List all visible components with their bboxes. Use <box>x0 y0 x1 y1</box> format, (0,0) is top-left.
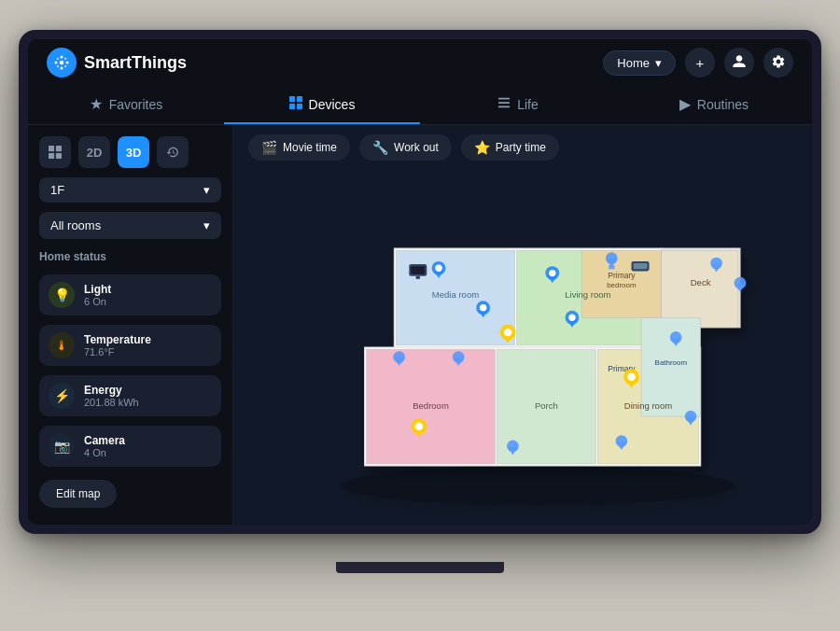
home-chevron-icon: ▾ <box>655 56 662 70</box>
movie-label: Movie time <box>283 141 337 154</box>
floor-plan-container: Media room Living room Deck Bedroom Porc… <box>233 170 812 525</box>
tv-body: SmartThings Home ▾ + <box>19 58 821 573</box>
app-name: SmartThings <box>84 53 187 73</box>
tv-bezel: SmartThings Home ▾ + <box>19 30 821 534</box>
svg-text:bedroom: bedroom <box>607 281 637 289</box>
svg-point-4 <box>66 62 69 64</box>
status-temperature[interactable]: 🌡 Temperature 71.6°F <box>39 325 221 366</box>
profile-button[interactable] <box>724 48 754 77</box>
svg-rect-19 <box>56 153 62 159</box>
svg-text:Bathroom: Bathroom <box>655 358 688 367</box>
tv-stand <box>336 562 504 573</box>
3d-view-btn[interactable]: 3D <box>118 136 149 168</box>
2d-label: 2D <box>87 146 103 160</box>
temp-info: Temperature 71.6°F <box>84 333 212 358</box>
view-controls: 2D 3D <box>39 136 221 168</box>
movie-time-scene[interactable]: 🎬 Movie time <box>248 134 350 161</box>
tab-routines[interactable]: ▶ Routines <box>616 86 812 124</box>
svg-rect-13 <box>498 97 510 99</box>
camera-info: Camera 4 On <box>84 434 212 458</box>
svg-text:Primary: Primary <box>608 271 636 280</box>
header-controls: Home ▾ + <box>603 48 793 77</box>
party-time-scene[interactable]: ⭐ Party time <box>461 134 559 161</box>
grid-icon <box>289 96 302 113</box>
scene-bar: 🎬 Movie time 🔧 Work out ⭐ Party time <box>233 125 812 170</box>
svg-point-1 <box>61 56 63 59</box>
camera-icon: 📷 <box>49 433 75 459</box>
add-icon: + <box>696 55 705 71</box>
tab-devices-label: Devices <box>309 97 356 112</box>
play-icon: ▶ <box>679 95 691 113</box>
gear-icon <box>771 54 786 72</box>
svg-rect-14 <box>498 102 510 104</box>
svg-rect-83 <box>411 266 425 273</box>
svg-rect-86 <box>634 263 648 269</box>
svg-text:Media room: Media room <box>432 289 479 300</box>
svg-text:Deck: Deck <box>691 277 711 287</box>
floor-plan: Media room Living room Deck Bedroom Porc… <box>243 179 803 515</box>
svg-point-2 <box>61 67 63 70</box>
room-selector[interactable]: All rooms ▾ <box>39 212 221 239</box>
svg-rect-16 <box>49 146 54 151</box>
home-selector[interactable]: Home ▾ <box>603 50 676 76</box>
edit-map-button[interactable]: Edit map <box>39 480 117 508</box>
status-energy[interactable]: ⚡ Energy 201.88 kWh <box>39 375 221 416</box>
device-pin-ac <box>631 261 649 272</box>
party-label: Party time <box>496 141 546 154</box>
tab-routines-label: Routines <box>697 97 749 112</box>
svg-point-59 <box>627 373 635 381</box>
grid-view-btn[interactable] <box>39 136 71 168</box>
svg-text:Dining room: Dining room <box>624 400 672 411</box>
add-button[interactable]: + <box>685 48 715 77</box>
light-info: Light 6 On <box>84 283 212 307</box>
svg-point-50 <box>549 270 555 276</box>
svg-text:Bedroom: Bedroom <box>413 400 449 411</box>
svg-point-56 <box>504 329 511 336</box>
svg-text:Living room: Living room <box>565 289 610 300</box>
svg-point-20 <box>340 466 735 505</box>
home-status-title: Home status <box>39 248 221 265</box>
floor-selector[interactable]: 1F ▾ <box>39 177 221 203</box>
tv-screen: SmartThings Home ▾ + <box>28 39 812 525</box>
svg-point-6 <box>64 65 66 67</box>
svg-rect-15 <box>498 105 510 107</box>
tab-favorites-label: Favorites <box>109 97 163 112</box>
svg-rect-17 <box>56 146 62 151</box>
svg-point-53 <box>568 315 575 321</box>
camera-value: 4 On <box>84 447 212 458</box>
work-out-scene[interactable]: 🔧 Work out <box>359 134 452 161</box>
svg-rect-9 <box>289 96 295 102</box>
map-area: 🎬 Movie time 🔧 Work out ⭐ Party time <box>233 125 812 525</box>
tab-life-label: Life <box>517 97 539 112</box>
light-name: Light <box>84 283 212 296</box>
svg-point-62 <box>415 422 423 429</box>
person-icon <box>732 54 747 72</box>
workout-icon: 🔧 <box>372 140 388 155</box>
history-view-btn[interactable] <box>157 136 189 168</box>
logo-area: SmartThings <box>47 48 603 77</box>
app-header: SmartThings Home ▾ + <box>28 39 812 86</box>
energy-info: Energy 201.88 kWh <box>84 384 212 408</box>
temp-value: 71.6°F <box>84 346 212 358</box>
svg-rect-12 <box>296 103 301 108</box>
svg-point-44 <box>435 265 441 272</box>
3d-label: 3D <box>126 146 142 160</box>
light-icon: 💡 <box>49 282 75 308</box>
2d-view-btn[interactable]: 2D <box>78 136 110 168</box>
app-logo-icon <box>47 48 77 77</box>
svg-point-5 <box>57 58 59 60</box>
temperature-icon: 🌡 <box>49 332 75 358</box>
movie-icon: 🎬 <box>261 140 277 155</box>
room-chevron-icon: ▾ <box>203 218 210 232</box>
settings-button[interactable] <box>763 48 793 77</box>
tab-life[interactable]: Life <box>420 86 616 124</box>
status-camera[interactable]: 📷 Camera 4 On <box>39 426 221 467</box>
status-light[interactable]: 💡 Light 6 On <box>39 274 221 316</box>
svg-text:Porch: Porch <box>535 400 558 411</box>
temp-name: Temperature <box>84 333 212 346</box>
main-content: 2D 3D 1F ▾ <box>28 125 812 525</box>
floor-value: 1F <box>50 183 64 197</box>
tab-devices[interactable]: Devices <box>224 86 420 124</box>
tab-favorites[interactable]: ★ Favorites <box>28 86 224 124</box>
svg-rect-10 <box>296 96 301 102</box>
